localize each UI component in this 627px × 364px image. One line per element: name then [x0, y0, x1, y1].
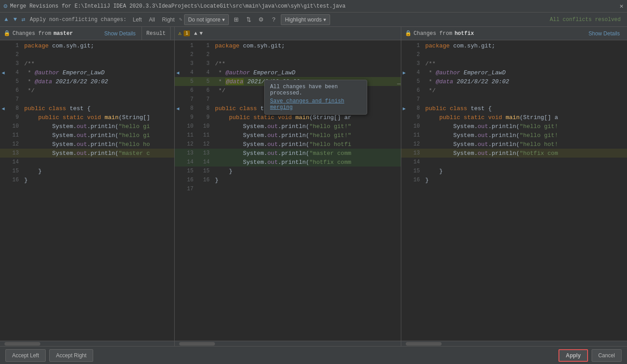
left-line-8: ◀ 8 public class test { — [0, 104, 174, 113]
center-line-14: 14 14 System.out.println("hotfix comm — [175, 158, 401, 167]
tooltip-title: All changes have been processed. — [270, 84, 361, 96]
right-panel: 1 package com.syh.git; 2 3 /** ▶ 4 * @au… — [401, 40, 627, 346]
show-details-right[interactable]: Show Details — [585, 30, 623, 37]
center-line-4: ◀ 4 4 * @author Emperor_LawD — [175, 68, 401, 77]
help-icon-btn[interactable]: ? — [268, 14, 279, 25]
left-line-14: 14 — [0, 158, 174, 167]
left-line-13: 13 System.out.println("master c — [0, 149, 174, 158]
center-line-3: 3 3 /** — [175, 59, 401, 68]
close-icon[interactable]: ✕ — [620, 2, 623, 10]
nav-up-icon[interactable]: ▲ — [194, 30, 197, 37]
app-icon: ⚙ — [4, 2, 7, 10]
up-arrow-icon[interactable]: ▲ — [3, 16, 10, 23]
lock-icon-right: 🔒 — [405, 30, 412, 37]
left-line-4: ◀ 4 * @author Emperor_LawD — [0, 68, 174, 77]
left-line-1: 1 package com.syh.git; — [0, 41, 174, 50]
nav-down-icon[interactable]: ▼ — [199, 30, 202, 37]
warning-count: 1 — [184, 30, 190, 36]
center-line-16: 16 16 } — [175, 176, 401, 184]
left-line-6: 6 */ — [0, 86, 174, 95]
left-line-16: 16 } — [0, 176, 174, 184]
settings-icon-btn[interactable]: ⚙ — [256, 14, 266, 25]
right-line-12: 12 System.out.println("hello hot! — [401, 140, 627, 149]
ignore-label: Do not ignore — [188, 17, 220, 23]
apply-non-conflicting-icon[interactable]: ⇄ — [21, 16, 25, 23]
sync-icon-btn[interactable]: ⇅ — [243, 14, 254, 25]
right-line-14: 14 — [401, 158, 627, 167]
highlight-words-btn[interactable]: Highlight words ▾ — [281, 14, 330, 25]
right-line-11: 11 System.out.println("hello git! — [401, 131, 627, 140]
right-line-10: 10 System.out.println("hello git! — [401, 122, 627, 131]
all-button[interactable]: All — [146, 14, 158, 25]
left-panel-header: 🔒 Changes from master Show Details Resul… — [0, 27, 175, 40]
center-line-15: 15 15 } — [175, 167, 401, 176]
left-line-15: 15 } — [0, 167, 174, 176]
right-line-13: 13 System.out.println("hotfix com — [401, 149, 627, 158]
left-line-10: 10 System.out.println("hello gi — [0, 122, 174, 131]
changes-from-label-right: Changes from — [414, 30, 452, 37]
all-panels: 🔒 Changes from master Show Details Resul… — [0, 27, 627, 346]
tooltip-link[interactable]: Save changes and finish merging — [270, 98, 361, 111]
chevron-down-icon: ▾ — [222, 17, 225, 23]
left-line-11: 11 System.out.println("hello gi — [0, 131, 174, 140]
show-details-left[interactable]: Show Details — [101, 30, 139, 37]
lock-icon-left: 🔒 — [4, 30, 10, 37]
right-line-7: 7 — [401, 95, 627, 104]
apply-button[interactable]: Apply — [558, 349, 588, 362]
center-panel-header: ⚠ 1 ▲ ▼ — [175, 27, 401, 40]
columns-icon-btn[interactable]: ⊞ — [231, 14, 241, 25]
right-line-15: 15 } — [401, 167, 627, 176]
right-code-area[interactable]: 1 package com.syh.git; 2 3 /** ▶ 4 * @au… — [401, 40, 627, 341]
right-button[interactable]: Right — [159, 14, 177, 25]
ignore-dropdown[interactable]: Do not ignore ▾ — [184, 14, 229, 25]
right-line-2: 2 — [401, 50, 627, 59]
center-line-2: 2 2 — [175, 50, 401, 59]
right-line-8: ▶ 8 public class test { — [401, 104, 627, 113]
left-line-12: 12 System.out.println("hello ho — [0, 140, 174, 149]
changes-from-label-left: Changes from — [13, 30, 51, 37]
title-text: Merge Revisions for E:\IntelliJ IDEA 202… — [10, 3, 619, 9]
panels-header-row: 🔒 Changes from master Show Details Resul… — [0, 27, 627, 40]
accept-left-button[interactable]: Accept Left — [5, 349, 46, 362]
center-line-17: 17 — [175, 184, 401, 193]
right-line-1: 1 package com.syh.git; — [401, 41, 627, 50]
right-panel-header: 🔒 Changes from hotfix Show Details — [401, 27, 627, 40]
highlight-label: Highlight words — [285, 17, 322, 23]
panels-body: 1 package com.syh.git; 2 3 /** ◀ — [0, 40, 627, 346]
left-line-7: 7 — [0, 95, 174, 104]
right-line-16: 16 } — [401, 176, 627, 184]
left-line-9: 9 public static void main(String[] — [0, 113, 174, 122]
left-line-3: 3 /** — [0, 59, 174, 68]
left-button[interactable]: Left — [130, 14, 144, 25]
tooltip: All changes have been processed. Save ch… — [264, 80, 367, 115]
right-line-4: ▶ 4 * @author Emperor_LawD — [401, 68, 627, 77]
warning-icon: ⚠ — [178, 30, 181, 37]
bottom-bar: Accept Left Accept Right Apply Cancel — [0, 346, 627, 364]
right-line-5: 5 * @data 2021/8/22 20:02 — [401, 77, 627, 86]
branch-name-left: master — [53, 30, 73, 37]
right-line-3: 3 /** — [401, 59, 627, 68]
center-line-1: 1 1 package com.syh.git; — [175, 41, 401, 50]
toolbar: ▲ ▼ ⇄ Apply non-conflicting changes: Lef… — [0, 13, 627, 27]
left-scrollbar[interactable] — [0, 341, 174, 346]
right-scrollbar[interactable] — [401, 341, 627, 346]
right-line-9: 9 public static void main(String[] a — [401, 113, 627, 122]
cancel-button[interactable]: Cancel — [592, 349, 622, 362]
branch-name-right: hotfix — [455, 30, 474, 37]
center-line-13: 13 13 System.out.println("master comm — [175, 149, 401, 158]
center-scrollbar[interactable] — [175, 341, 401, 346]
left-line-5: 5 * @data 2021/8/22 20:02 — [0, 77, 174, 86]
down-arrow-icon[interactable]: ▼ — [12, 16, 19, 23]
highlight-chevron-icon: ▾ — [323, 17, 326, 23]
conflicts-resolved-text: All conflicts resolved — [550, 17, 621, 23]
left-code-area[interactable]: 1 package com.syh.git; 2 3 /** ◀ — [0, 40, 174, 341]
center-line-12: 12 12 System.out.println("hello hotfi — [175, 140, 401, 149]
left-panel: 1 package com.syh.git; 2 3 /** ◀ — [0, 40, 175, 346]
apply-non-conflicting-label: Apply non-conflicting changes: — [28, 17, 128, 23]
center-line-11: 11 11 System.out.println("hello git!" — [175, 131, 401, 140]
accept-right-button[interactable]: Accept Right — [49, 349, 93, 362]
title-bar: ⚙ Merge Revisions for E:\IntelliJ IDEA 2… — [0, 0, 627, 13]
result-tab: Result — [142, 27, 171, 40]
pencil-icon: ✎ — [179, 16, 182, 23]
left-line-2: 2 — [0, 50, 174, 59]
